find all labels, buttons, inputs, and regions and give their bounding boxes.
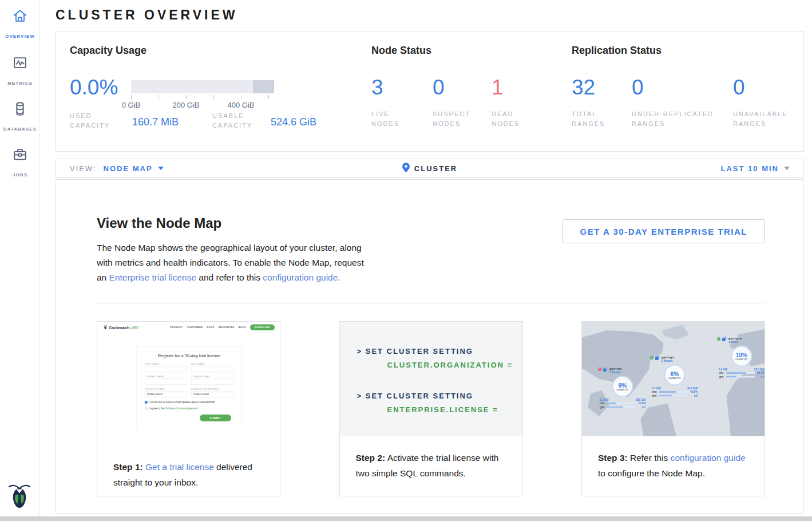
- description-text: .: [338, 273, 340, 282]
- node-map-panel: View the Node Map The Node Map shows the…: [56, 179, 804, 514]
- step-label: Step 1:: [113, 462, 143, 472]
- field-label: LAST NAME: [191, 362, 233, 365]
- region-node-count: 2 Nodes: [662, 359, 674, 363]
- enterprise-trial-button[interactable]: GET A 30-DAY ENTERPRISE TRIAL: [563, 219, 765, 243]
- configuration-guide-link[interactable]: configuration guide: [263, 273, 338, 282]
- step-2-caption: Step 2: Activate the trial license with …: [340, 436, 522, 481]
- total-ranges-label: TOTAL RANGES: [572, 109, 617, 129]
- capacity-gauge: 6% CAPACITY: [664, 365, 686, 386]
- unavailable-ranges-stat: 0 UNAVAILABLE RANGES: [733, 77, 812, 129]
- time-range-dropdown[interactable]: LAST 10 MIN: [721, 164, 803, 173]
- form-title: Register for a 30-day trial license: [145, 353, 233, 358]
- caption-text: to configure the Node Map.: [598, 468, 705, 478]
- sql-line: > SET CLUSTER SETTING: [357, 345, 522, 358]
- page-title: CLUSTER OVERVIEW: [56, 7, 238, 23]
- node-map-thumbnail: ! geo=sfo 2 Nodes 9% CAPACITY: [582, 322, 765, 436]
- caption-text: Refer this: [628, 453, 671, 463]
- form-field: LAST NAME: [191, 362, 233, 372]
- window-bottom-edge: [0, 516, 812, 521]
- breadcrumb-location: CLUSTER: [414, 164, 457, 173]
- unavailable-ranges-value: 0: [733, 77, 812, 98]
- view-bar: VIEW: NODE MAP CLUSTER LAST 10 MIN: [56, 159, 804, 178]
- sidebar-item-overview[interactable]: OVERVIEW: [0, 8, 40, 40]
- suspect-nodes-label: SUSPECT NODES: [433, 109, 484, 129]
- configuration-guide-link[interactable]: configuration guide: [671, 453, 746, 463]
- nav-item: DOCS: [207, 326, 215, 329]
- total-ranges-value: 32: [572, 77, 640, 98]
- form-fields: FIRST NAME LAST NAME COMPANY NAME: [145, 362, 233, 397]
- mini-site-header: Cockroach LABS PRODUCT CUSTOMERS DOCS RE…: [97, 322, 280, 333]
- view-dropdown-value: NODE MAP: [104, 164, 153, 173]
- view-label: VIEW:: [70, 164, 97, 173]
- node-map-heading: View the Node Map: [97, 215, 221, 231]
- cluster-summary-panel: Capacity Usage 0.0% 0 GiB 200 GiB 400 Gi…: [56, 31, 804, 152]
- sidebar-item-jobs[interactable]: JOBS: [0, 147, 40, 179]
- dead-nodes-stat: 1 DEAD NODES: [492, 77, 549, 129]
- gauge-label: CAPACITY: [616, 389, 629, 391]
- enterprise-trial-license-link[interactable]: Enterprise trial license: [109, 273, 196, 282]
- form-field: FIRST NAME: [145, 362, 187, 372]
- company-email-input: [191, 378, 233, 385]
- trial-site-mini: Cockroach LABS PRODUCT CUSTOMERS DOCS RE…: [97, 322, 280, 452]
- brand-suffix: LABS: [130, 326, 138, 329]
- capacity-range: 3.6 GiB36.6 GiB: [719, 368, 765, 371]
- capacity-gauge: 10% CAPACITY: [731, 346, 752, 367]
- suspect-nodes-stat: 0 SUSPECT NODES: [433, 77, 490, 129]
- step-label: Step 3:: [598, 453, 628, 463]
- cpu-meter: CPU 11.0%: [600, 402, 645, 405]
- sidebar-item-label: METRICS: [7, 81, 33, 86]
- brand-name: Cockroach: [109, 325, 129, 330]
- qps-meter: QPS 0.0: [652, 394, 698, 397]
- home-icon: [0, 8, 40, 26]
- sidebar: OVERVIEW METRICS DATABASES: [0, 0, 40, 521]
- region-header: ! geo=sfo 2 Nodes: [598, 367, 647, 374]
- region-sfo: ! geo=sfo 2 Nodes 9% CAPACITY: [598, 367, 647, 409]
- first-name-input: [145, 366, 187, 372]
- usable-capacity-value: 524.6 GiB: [271, 116, 316, 128]
- capacity-axis-label: 0 GiB: [114, 101, 148, 109]
- qps-meter: QPS 0.4: [719, 376, 765, 378]
- capacity-bar-reserved-segment: [253, 80, 275, 93]
- used-capacity-label: USED CAPACITY: [70, 111, 127, 131]
- capacity-tick: [213, 95, 214, 99]
- capacity-tick: [241, 95, 241, 99]
- last-name-input: [191, 366, 233, 372]
- company-name-input: [145, 378, 187, 385]
- checkbox-icon: [145, 407, 148, 410]
- region-node-count: 1 Node: [728, 340, 742, 344]
- capacity-axis-label: 400 GiB: [218, 101, 264, 109]
- steps-row: Cockroach LABS PRODUCT CUSTOMERS DOCS RE…: [97, 321, 765, 496]
- chevron-down-icon: [784, 167, 790, 170]
- gauge-percent: 6%: [671, 371, 679, 377]
- trial-site-screenshot: Cockroach LABS PRODUCT CUSTOMERS DOCS RE…: [97, 322, 280, 452]
- sidebar-item-metrics[interactable]: METRICS: [0, 55, 40, 87]
- nav-item: CUSTOMERS: [187, 326, 203, 329]
- reason-for-interest-select: Please Select: [191, 391, 233, 397]
- sidebar-item-databases[interactable]: DATABASES: [0, 101, 40, 133]
- gauge-label: CAPACITY: [668, 377, 681, 380]
- live-status-icon: ✓: [717, 337, 720, 341]
- form-field: COMPANY NAME: [145, 375, 187, 385]
- form-field: REASON FOR INTEREST Please Select: [191, 388, 233, 397]
- node-group-icon: [655, 356, 660, 360]
- jobs-icon: [0, 147, 40, 165]
- capacity-range: 3.2 GiB351 GiB: [600, 398, 645, 401]
- region-nyc: ✓ geo=nyc 2 Nodes 6% CAPACITY: [650, 356, 699, 398]
- capacity-tick: [131, 95, 132, 99]
- metrics-icon: [0, 55, 40, 73]
- replication-status-title: Replication Status: [572, 45, 662, 57]
- license-agreement-checkbox-row: I agree to the Software License Agreemen…: [145, 407, 233, 410]
- field-label: COMPANY NAME: [145, 375, 187, 378]
- dead-nodes-value: 1: [492, 77, 549, 98]
- sql-command: > SET CLUSTER SETTING ENTERPRISE.LICENSE…: [357, 389, 522, 417]
- capacity-tick: [268, 95, 269, 99]
- get-trial-license-link[interactable]: Get a trial license: [145, 462, 214, 472]
- used-capacity-value: 160.7 MiB: [132, 116, 179, 128]
- under-replicated-ranges-label: UNDER-REPLICATED RANGES: [632, 109, 726, 129]
- capacity-usage-title: Capacity Usage: [70, 45, 146, 57]
- region-header: ✓ geo=nyc 2 Nodes: [650, 356, 699, 363]
- sql-command: > SET CLUSTER SETTING CLUSTER.ORGANIZATI…: [357, 345, 522, 372]
- nav-item: RESOURCES: [219, 326, 235, 329]
- divider: [97, 303, 765, 303]
- view-dropdown[interactable]: NODE MAP: [104, 164, 164, 173]
